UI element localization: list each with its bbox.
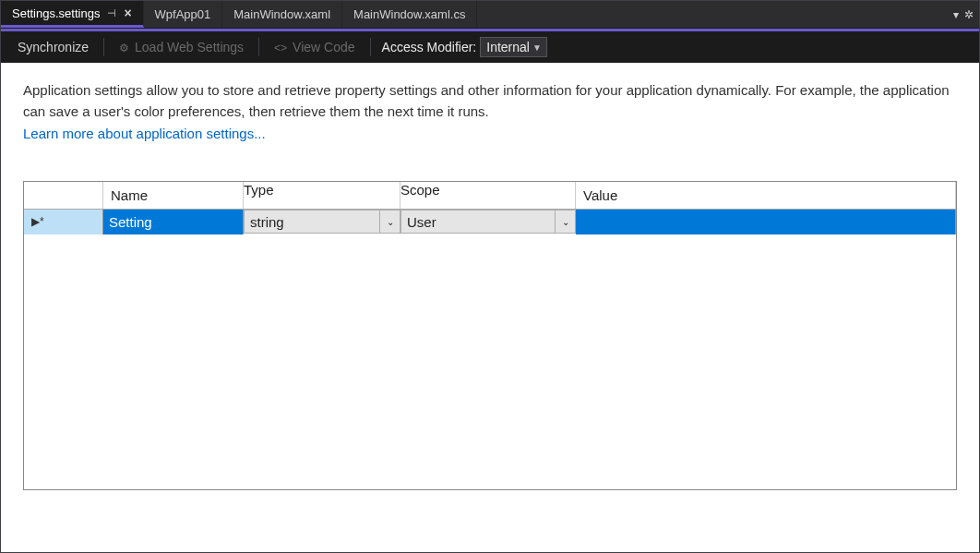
- gear-icon[interactable]: ✲: [964, 8, 974, 21]
- tab-label: MainWindow.xaml: [233, 7, 330, 21]
- tab-label: Settings.settings: [12, 6, 100, 20]
- tab-settings-settings[interactable]: Settings.settings ⊣ ×: [1, 1, 144, 28]
- chevron-down-icon[interactable]: ⌄: [379, 210, 400, 233]
- access-modifier-select[interactable]: Internal ▼: [480, 40, 547, 54]
- code-icon: <>: [274, 42, 287, 54]
- scope-combobox[interactable]: User ⌄: [400, 210, 576, 234]
- row-indicator[interactable]: ▶*: [24, 210, 103, 234]
- type-cell[interactable]: string ⌄: [244, 210, 400, 234]
- grid-row[interactable]: ▶* Setting string ⌄ User ⌄: [24, 210, 956, 234]
- chevron-down-icon: ▼: [532, 42, 542, 53]
- scope-cell[interactable]: User ⌄: [400, 210, 576, 234]
- access-modifier-label: Access Modifier:: [382, 40, 477, 54]
- view-code-button[interactable]: <>View Code: [267, 36, 362, 58]
- load-web-settings-button[interactable]: ⚙Load Web Settings: [112, 36, 251, 58]
- synchronize-button[interactable]: Synchronize: [10, 36, 96, 58]
- tab-label: WpfApp01: [155, 7, 211, 21]
- tab-mainwindow-xaml-cs[interactable]: MainWindow.xaml.cs: [342, 1, 477, 28]
- close-icon[interactable]: ×: [124, 6, 131, 20]
- load-web-label: Load Web Settings: [135, 40, 244, 54]
- tab-wpfapp01[interactable]: WpfApp01: [144, 1, 223, 28]
- grid-header-indicator[interactable]: [24, 182, 103, 209]
- toolbar-separator: [370, 38, 371, 56]
- tab-label: MainWindow.xaml.cs: [353, 7, 465, 21]
- grid-header-type[interactable]: Type: [244, 182, 400, 209]
- toolbar-separator: [103, 38, 104, 56]
- toolbar-separator: [258, 38, 259, 56]
- row-indicator-glyph: ▶*: [31, 215, 44, 228]
- grid-header-value[interactable]: Value: [576, 182, 956, 209]
- settings-grid[interactable]: Name Type Scope Value ▶* Setting string …: [23, 181, 957, 490]
- document-tabbar: Settings.settings ⊣ × WpfApp01 MainWindo…: [1, 1, 979, 29]
- active-files-dropdown-icon[interactable]: ▾: [953, 8, 959, 21]
- grid-header-name[interactable]: Name: [103, 182, 244, 209]
- type-combobox[interactable]: string ⌄: [244, 210, 400, 234]
- grid-header-scope[interactable]: Scope: [400, 182, 576, 209]
- learn-more-link[interactable]: Learn more about application settings...: [23, 126, 266, 141]
- value-cell[interactable]: [576, 210, 956, 234]
- settings-toolbar: Synchronize ⚙Load Web Settings <>View Co…: [1, 31, 979, 63]
- chevron-down-icon[interactable]: ⌄: [555, 210, 575, 233]
- name-cell-value: Setting: [109, 214, 152, 230]
- view-code-label: View Code: [293, 40, 354, 54]
- description-text: Application settings allow you to store …: [23, 79, 957, 144]
- description-body: Application settings allow you to store …: [23, 82, 950, 119]
- web-icon: ⚙: [119, 42, 129, 54]
- tab-mainwindow-xaml[interactable]: MainWindow.xaml: [222, 1, 342, 28]
- type-combobox-value: string: [250, 214, 284, 230]
- scope-combobox-value: User: [407, 214, 436, 230]
- name-cell[interactable]: Setting: [103, 210, 244, 234]
- settings-designer-surface: Application settings allow you to store …: [1, 63, 979, 552]
- tabbar-right-controls: ▾ ✲: [953, 1, 979, 28]
- grid-header-row: Name Type Scope Value: [24, 182, 956, 210]
- pin-icon[interactable]: ⊣: [107, 7, 116, 19]
